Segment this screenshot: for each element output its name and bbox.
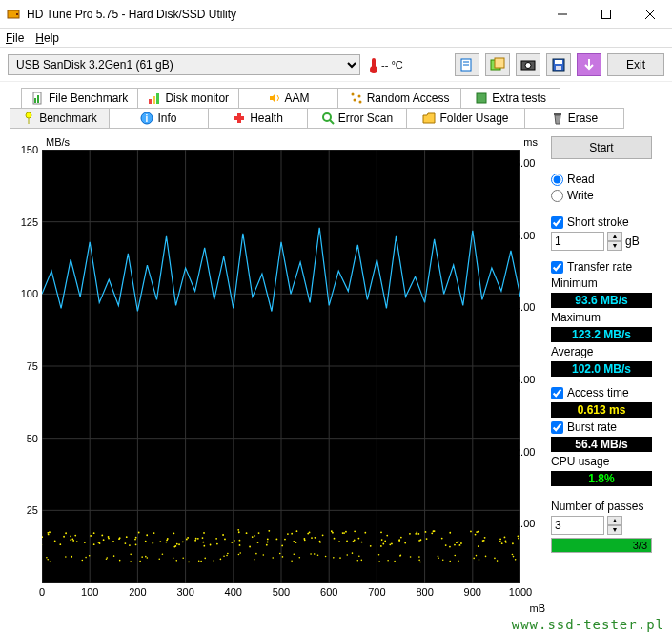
svg-point-234: [141, 556, 143, 558]
svg-point-123: [246, 532, 248, 534]
svg-point-61: [49, 531, 51, 533]
exit-button[interactable]: Exit: [607, 53, 664, 76]
svg-point-280: [410, 556, 412, 558]
svg-point-190: [454, 544, 456, 546]
cpu-usage-value: 1.8%: [551, 471, 652, 486]
save-button[interactable]: [546, 53, 571, 76]
svg-point-261: [291, 560, 293, 562]
svg-point-275: [378, 554, 380, 556]
short-stroke-field[interactable]: [551, 232, 604, 251]
svg-point-224: [82, 560, 84, 562]
svg-point-161: [353, 541, 355, 542]
x-tick: 500: [273, 586, 290, 598]
svg-point-135: [275, 539, 277, 541]
svg-point-22: [351, 93, 354, 96]
svg-point-199: [478, 531, 479, 533]
drive-select[interactable]: USB SanDisk 3.2Gen1 (61 gB): [8, 54, 360, 75]
read-radio[interactable]: Read: [551, 173, 652, 186]
tab-disk-monitor[interactable]: Disk monitor: [137, 88, 239, 108]
tab-erase[interactable]: Erase: [524, 108, 624, 129]
svg-point-285: [438, 557, 439, 559]
tab-aam[interactable]: AAM: [238, 88, 338, 108]
transfer-rate-check[interactable]: Transfer rate: [551, 260, 652, 274]
start-button[interactable]: Start: [551, 136, 652, 159]
svg-point-89: [138, 532, 140, 534]
svg-point-120: [231, 542, 233, 543]
tab-file-benchmark[interactable]: File Benchmark: [21, 88, 138, 108]
tab-label: Folder Usage: [439, 112, 508, 125]
x-tick: 300: [176, 586, 193, 598]
close-button[interactable]: [628, 0, 672, 29]
tab-error-scan[interactable]: Error Scan: [307, 108, 407, 129]
svg-point-252: [239, 552, 241, 554]
menubar: File Help: [0, 29, 672, 48]
svg-point-113: [202, 542, 204, 543]
svg-point-240: [173, 557, 174, 559]
svg-point-60: [47, 532, 49, 534]
svg-point-116: [222, 534, 224, 536]
burst-rate-check[interactable]: Burst rate: [551, 420, 652, 434]
svg-point-63: [70, 535, 71, 537]
svg-point-292: [479, 559, 480, 561]
menu-file[interactable]: File: [6, 31, 24, 45]
svg-point-117: [224, 539, 226, 541]
tab-info[interactable]: iInfo: [109, 108, 209, 129]
burst-rate-value: 56.4 MB/s: [551, 437, 652, 452]
tab-label: AAM: [285, 92, 310, 105]
svg-point-153: [331, 530, 333, 532]
tab-extra-tests[interactable]: Extra tests: [460, 88, 560, 108]
menu-help[interactable]: Help: [35, 31, 59, 45]
svg-point-225: [71, 556, 73, 558]
svg-point-232: [130, 554, 132, 556]
passes-field[interactable]: [551, 516, 604, 535]
passes-spinner[interactable]: ▲▼: [607, 516, 622, 535]
svg-point-282: [419, 562, 421, 563]
short-stroke-unit: gB: [625, 235, 640, 248]
svg-point-179: [417, 533, 419, 535]
svg-point-78: [108, 536, 110, 538]
options-button[interactable]: [577, 53, 601, 76]
tab-folder-usage[interactable]: Folder Usage: [406, 108, 525, 129]
svg-point-297: [512, 554, 514, 556]
y-right-tick: 4.00: [515, 301, 541, 313]
svg-point-55: [42, 536, 43, 538]
maximize-button[interactable]: [584, 0, 628, 29]
svg-point-103: [178, 543, 180, 545]
svg-point-221: [50, 561, 51, 562]
access-time-check[interactable]: Access time: [551, 386, 652, 399]
svg-point-130: [267, 542, 269, 543]
short-stroke-spinner[interactable]: ▲▼: [607, 232, 622, 251]
svg-point-97: [159, 541, 161, 542]
svg-point-134: [284, 539, 286, 541]
svg-point-119: [237, 529, 239, 531]
benchmark-chart: MB/s ms 1.002.003.004.005.006.0001002003…: [10, 136, 543, 618]
copy-info-button[interactable]: [455, 53, 479, 76]
copy-screenshot-button[interactable]: [485, 53, 510, 76]
svg-point-264: [314, 553, 316, 555]
short-stroke-check[interactable]: Short stroke: [551, 215, 652, 229]
tab-health[interactable]: Health: [208, 108, 308, 129]
progress-text: 3/3: [633, 539, 647, 552]
svg-point-159: [346, 541, 348, 542]
svg-point-121: [238, 531, 240, 533]
tab-benchmark[interactable]: Benchmark: [10, 108, 110, 129]
svg-point-279: [399, 555, 401, 557]
svg-point-85: [126, 536, 128, 538]
svg-point-90: [145, 541, 147, 542]
svg-point-102: [182, 541, 184, 542]
y-left-tick: 75: [15, 360, 38, 372]
svg-point-291: [473, 558, 475, 560]
svg-point-281: [418, 556, 420, 558]
svg-point-204: [482, 540, 484, 542]
minimize-button[interactable]: [540, 0, 584, 29]
svg-point-222: [65, 556, 67, 558]
svg-point-293: [485, 556, 487, 558]
tab-label: Erase: [568, 112, 598, 125]
svg-point-226: [85, 557, 87, 559]
svg-point-72: [90, 535, 92, 537]
screenshot-button[interactable]: [516, 53, 540, 76]
write-radio[interactable]: Write: [551, 189, 652, 202]
svg-point-201: [475, 534, 477, 536]
tab-random-access[interactable]: Random Access: [337, 88, 461, 108]
svg-point-156: [338, 541, 340, 542]
